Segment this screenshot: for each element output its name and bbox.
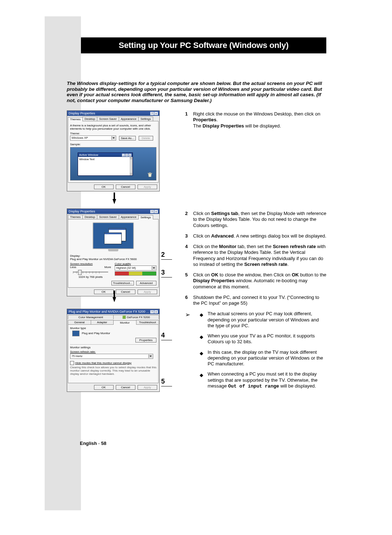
cancel-button[interactable]: Cancel [116, 185, 135, 189]
tab-screensaver[interactable]: Screen Saver [97, 117, 119, 121]
dialog-title: Display Properties [69, 112, 95, 115]
close-icon[interactable]: x [154, 112, 158, 115]
tab-color-management[interactable]: Color Management [68, 315, 114, 319]
diamond-bullet-icon: ◆ [200, 372, 203, 378]
callout-2: 2 [161, 251, 172, 260]
sample-window-text: Window Text [78, 157, 132, 162]
tab-monitor[interactable]: Monitor [113, 320, 136, 325]
color-quality-dropdown[interactable]: Highest (32 bit) [115, 266, 156, 271]
callout-3: 3 [161, 269, 172, 277]
note-chevron-icon: ➢ [185, 311, 190, 319]
display-value: Plug and Play Monitor on NVIDIA GeForce … [70, 258, 156, 261]
page-footer: English - 58 [80, 441, 106, 446]
callout-5: 5 [161, 378, 172, 386]
notes-block: ➢ ◆The actual screens on your PC may loo… [185, 311, 327, 389]
help-icon[interactable]: ? [150, 210, 154, 213]
tab-settings[interactable]: Settings [138, 215, 153, 219]
diamond-bullet-icon: ◆ [200, 350, 203, 356]
apply-button[interactable]: Apply [138, 185, 157, 189]
help-icon[interactable]: ? [150, 112, 154, 115]
sample-window-title: Active Window [79, 153, 98, 157]
step-1: 1 Right click the mouse on the Windows D… [185, 111, 327, 129]
resolution-label: Screen resolution [70, 262, 111, 266]
tab-appearance[interactable]: Appearance [119, 215, 139, 219]
step-6: 6 Shutdown the PC, and connect it to you… [185, 295, 327, 307]
monitor-preview [91, 222, 135, 252]
tab-desktop[interactable]: Desktop [82, 117, 97, 121]
refresh-rate-dropdown[interactable]: 75 Hertz [70, 354, 153, 359]
delete-button[interactable]: Delete [139, 136, 153, 141]
theme-label: Theme: [70, 132, 156, 135]
dialog-body: Display: Plug and Play Monitor on NVIDIA… [68, 219, 159, 288]
theme-dropdown[interactable]: Windows XP [70, 135, 116, 141]
tab-themes[interactable]: Themes [68, 117, 83, 121]
window-control-icons: ?x [150, 210, 158, 213]
ok-button[interactable]: OK [94, 185, 114, 189]
settings-tab-term: Settings tab [211, 211, 238, 216]
themes-description: A theme is a background plus a set of so… [70, 124, 156, 130]
apply-button[interactable]: Apply [138, 289, 157, 294]
help-icon[interactable]: ? [150, 310, 154, 313]
troubleshoot-button[interactable]: Troubleshoot... [111, 281, 134, 285]
tab-troubleshoot[interactable]: Troubleshoot [136, 320, 159, 324]
color-quality-group: Color quality Highest (32 bit) [115, 262, 156, 279]
dialog-title: Display Properties [69, 210, 95, 213]
tab-themes[interactable]: Themes [68, 215, 83, 219]
note-item: ◆When connecting a PC you must set it to… [208, 371, 327, 389]
theme-sample-preview: Active Window_□x Window Text [70, 147, 156, 181]
window-control-icons: ?x [150, 112, 158, 115]
diamond-bullet-icon: ◆ [200, 334, 203, 340]
properties-button[interactable]: Properties [135, 338, 156, 343]
step-3: 3 Click on Advanced. A new settings dial… [185, 233, 327, 239]
resolution-slider[interactable] [70, 269, 111, 275]
document-page: Setting up Your PC Software (Windows onl… [0, 0, 392, 535]
monitor-settings-label: Monitor settings [70, 346, 156, 349]
ok-button[interactable]: OK [94, 385, 114, 390]
page-title: Setting up Your PC Software (Windows onl… [81, 37, 326, 53]
tab-appearance[interactable]: Appearance [119, 117, 139, 121]
dialog-buttons: OK Cancel Apply [67, 384, 159, 392]
tab-adapter[interactable]: Adapter [91, 320, 114, 324]
close-icon[interactable]: x [154, 210, 158, 213]
save-as-button[interactable]: Save As... [119, 136, 136, 141]
arrow-down-icon [114, 192, 115, 199]
display-properties-themes-dialog: Display Properties ?x Themes Desktop Scr… [67, 110, 160, 191]
dialog-body: A theme is a background plus a set of so… [68, 121, 159, 183]
monitor-term: Monitor [219, 244, 237, 249]
tab-geforce[interactable]: 🟩 GeForce FX 5200 [113, 315, 159, 319]
res-less: Less [70, 266, 76, 269]
display-label: Display: [70, 254, 156, 258]
dialog-body: Monitor type Plug and Play Monitor Prope… [68, 324, 159, 383]
color-quality-bar [115, 271, 156, 276]
step-text: Right click the mouse on the Windows Des… [193, 111, 320, 117]
ok-term: OK [292, 272, 299, 277]
close-icon: x [128, 154, 131, 157]
cancel-button[interactable]: Cancel [116, 385, 135, 390]
close-icon[interactable]: x [154, 310, 158, 313]
tab-desktop[interactable]: Desktop [82, 215, 97, 219]
monitor-icon [72, 331, 79, 336]
properties-term: Properties [193, 117, 216, 122]
hide-modes-checkbox[interactable] [70, 361, 74, 365]
apply-button[interactable]: Apply [138, 385, 157, 390]
tab-settings[interactable]: Settings [138, 117, 153, 121]
dialog-title: Plug and Play Monitor and NVIDIA GeForce… [69, 310, 149, 313]
res-more: More [105, 266, 111, 269]
intro-paragraph: The Windows display-settings for a typic… [67, 81, 326, 103]
advanced-button[interactable]: Advanced [136, 281, 156, 285]
arrow-down-icon [114, 291, 115, 297]
resolution-value: 1024 by 768 pixels [70, 275, 111, 279]
screen-resolution-group: Screen resolution Less More 1024 by 768 … [70, 262, 111, 279]
step-5: 5 Click on OK to close the window, then … [185, 272, 327, 290]
refresh-rate-term: Screen refresh rate [273, 244, 316, 249]
monitor-type-label: Monitor type [70, 327, 156, 330]
quality-label: Color quality [115, 262, 156, 266]
tab-screensaver[interactable]: Screen Saver [97, 215, 119, 219]
sample-active-window: Active Window_□x Window Text [78, 153, 133, 176]
dialog-buttons: OK Cancel Apply [67, 183, 159, 191]
out-of-range-message: Out of input range [228, 384, 279, 389]
display-properties-term: Display Properties [193, 278, 234, 283]
display-properties-term: Display Properties [203, 123, 244, 129]
tab-general[interactable]: General [68, 320, 91, 324]
dialog-tabs-row2: General Adapter Monitor Troubleshoot [68, 320, 159, 324]
